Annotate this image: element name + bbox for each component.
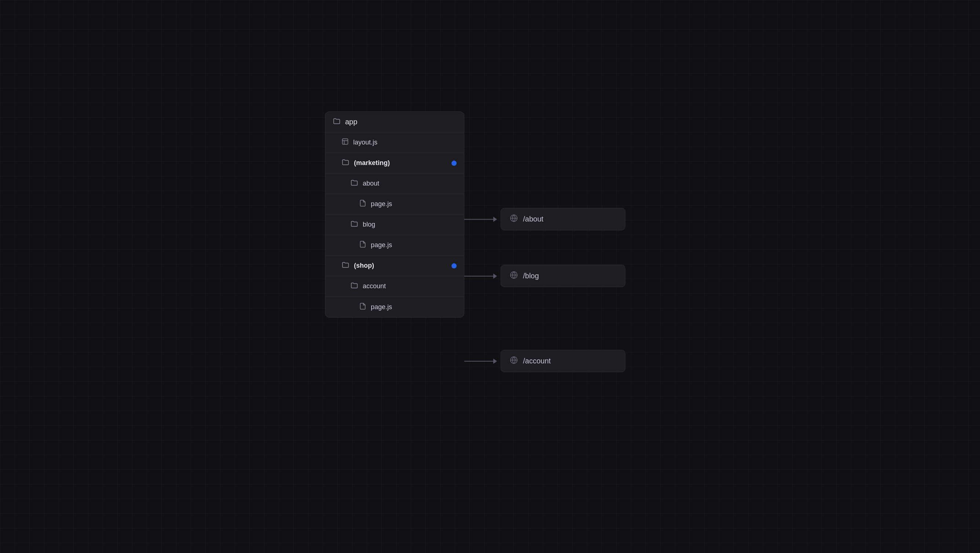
tree-item-shop: (shop) bbox=[325, 256, 464, 276]
folder-about-icon bbox=[350, 179, 358, 189]
blog-globe-icon bbox=[510, 271, 518, 281]
tree-item-blog: blog bbox=[325, 215, 464, 235]
shop-dot bbox=[452, 263, 457, 269]
blog-route-row: /blog bbox=[465, 265, 625, 287]
about-globe-icon bbox=[510, 214, 518, 224]
account-arrow-head bbox=[493, 359, 497, 364]
account-globe-icon bbox=[510, 356, 518, 366]
blog-arrow bbox=[465, 273, 497, 279]
account-arrow-line bbox=[465, 361, 494, 362]
tree-item-blog-label: blog bbox=[363, 221, 375, 229]
marketing-dot bbox=[452, 160, 457, 166]
tree-item-marketing-label: (marketing) bbox=[354, 159, 390, 167]
tree-item-blog-page-label: page.js bbox=[371, 241, 392, 249]
tree-item-about-label: about bbox=[363, 180, 379, 188]
account-route-row: /account bbox=[465, 350, 625, 372]
svg-rect-0 bbox=[342, 139, 348, 145]
blog-arrow-line bbox=[465, 276, 494, 276]
blog-arrow-head bbox=[493, 273, 497, 279]
tree-item-marketing: (marketing) bbox=[325, 153, 464, 173]
tree-item-layout: layout.js bbox=[325, 132, 464, 153]
file-about-page-icon bbox=[359, 200, 366, 209]
file-account-page-icon bbox=[359, 302, 366, 312]
tree-item-app: app bbox=[325, 112, 464, 132]
about-arrow bbox=[465, 217, 497, 222]
folder-account-icon bbox=[350, 281, 358, 291]
tree-item-layout-label: layout.js bbox=[353, 138, 377, 146]
about-route-label: /about bbox=[523, 215, 544, 223]
tree-item-about: about bbox=[325, 173, 464, 194]
tree-item-account-label: account bbox=[363, 282, 386, 290]
diagram-container: app layout.js (marketing) bbox=[325, 111, 655, 420]
folder-shop-icon bbox=[342, 261, 350, 271]
folder-blog-icon bbox=[350, 220, 358, 230]
tree-item-account-page: page.js bbox=[325, 297, 464, 317]
file-blog-page-icon bbox=[359, 241, 366, 250]
blog-route-box: /blog bbox=[501, 265, 625, 287]
tree-item-app-label: app bbox=[345, 118, 357, 126]
account-arrow bbox=[465, 359, 497, 364]
about-arrow-line bbox=[465, 219, 494, 220]
about-arrow-head bbox=[493, 217, 497, 222]
tree-item-account: account bbox=[325, 276, 464, 297]
file-tree-panel: app layout.js (marketing) bbox=[325, 111, 465, 318]
about-route-row: /about bbox=[465, 208, 625, 230]
about-route-box: /about bbox=[501, 208, 625, 230]
tree-item-about-page-label: page.js bbox=[371, 200, 392, 208]
tree-item-account-page-label: page.js bbox=[371, 303, 392, 311]
tree-item-blog-page: page.js bbox=[325, 235, 464, 256]
account-route-box: /account bbox=[501, 350, 625, 372]
blog-route-label: /blog bbox=[523, 272, 539, 280]
routes-area: /about /blog bbox=[465, 111, 655, 420]
folder-icon bbox=[332, 117, 341, 127]
account-route-label: /account bbox=[523, 357, 551, 365]
tree-item-shop-label: (shop) bbox=[354, 262, 374, 270]
folder-marketing-icon bbox=[342, 158, 350, 168]
tree-item-about-page: page.js bbox=[325, 194, 464, 215]
layout-icon bbox=[342, 138, 349, 147]
